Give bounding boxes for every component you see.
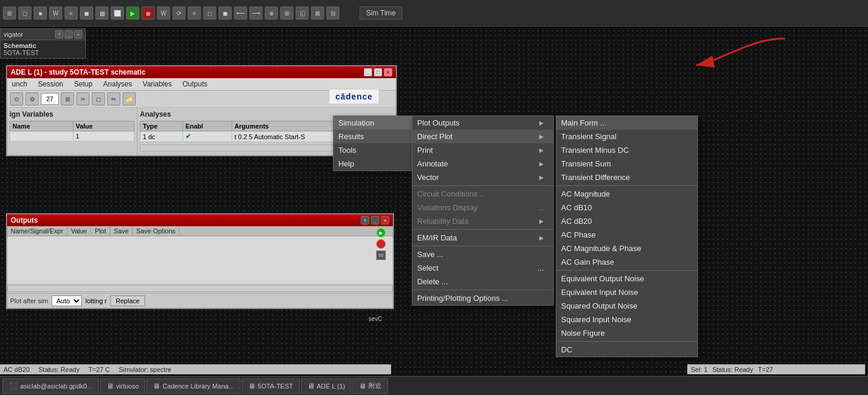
dp-item-ac-magnitude[interactable]: AC Magnitude	[556, 187, 697, 201]
nav-close-btn[interactable]: ×	[74, 30, 82, 38]
replace-button[interactable]: Replace	[110, 296, 145, 306]
toolbar-icon-5[interactable]: ≡	[65, 7, 78, 20]
right-temp: T=27	[758, 366, 773, 373]
ade-maximize-btn[interactable]: □	[374, 68, 382, 76]
result-item-print[interactable]: Print ▶	[412, 143, 553, 157]
toolbar-icon-9[interactable]: W	[157, 7, 170, 20]
toolbar-icon-1[interactable]: ⊞	[3, 7, 16, 20]
analyses-enabled-1: ✔	[182, 131, 232, 142]
ade-tool-btn-1[interactable]: ⊙	[10, 92, 23, 105]
taskbar-item-5ota[interactable]: 🖥 5OTA-TEST	[242, 378, 300, 394]
taskbar-item-ade[interactable]: 🖥 ADE L (1)	[301, 378, 352, 394]
design-variables-panel: ign Variables Name Value 1	[7, 108, 137, 155]
toolbar-icon-18[interactable]: ◱	[296, 7, 309, 20]
result-item-save[interactable]: Save ...	[412, 248, 553, 261]
outputs-hscroll[interactable]	[7, 285, 393, 292]
ade-tool-btn-4[interactable]: ✂	[76, 92, 89, 105]
menu-sep-3	[412, 246, 553, 246]
outputs-question-btn[interactable]: ?	[361, 216, 369, 224]
outputs-close-btn[interactable]: ×	[381, 216, 389, 224]
toolbar-icon-14[interactable]: ⟵	[234, 7, 247, 20]
ade-tool-btn-7[interactable]: 📁	[123, 92, 136, 105]
help-label: Help	[338, 159, 354, 168]
taskbar-item-misc[interactable]: 🖥 附近	[353, 378, 388, 394]
result-item-circuit-conditions: Circuit Conditions ...	[412, 187, 553, 201]
toolbar-icon-15[interactable]: ⟶	[249, 7, 262, 20]
dp-item-transient-signal[interactable]: Transient Signal	[556, 130, 697, 143]
result-item-direct-plot[interactable]: Direct Plot ▶	[412, 130, 553, 143]
right-status-bar: Sel: 1 Status: Ready T=27	[687, 364, 865, 374]
toolbar-icon-17[interactable]: ⊞	[280, 7, 293, 20]
dp-item-eq-input-noise[interactable]: Equivalent Input Noise	[556, 285, 697, 299]
toolbar-icon-6[interactable]: ◼	[80, 7, 93, 20]
ade-tool-btn-6[interactable]: ✏	[107, 92, 120, 105]
dp-item-ac-db10[interactable]: AC dB10	[556, 201, 697, 214]
outputs-stop-btn[interactable]	[376, 239, 386, 249]
toolbar-icon-12[interactable]: ◻	[203, 7, 216, 20]
outputs-minimize-btn[interactable]: _	[371, 216, 379, 224]
taskbar: ⬛ asiclab@asiclab:gpdk0... 🖥 virtuoso 🖥 …	[0, 376, 868, 395]
outputs-extra-btn[interactable]: W	[376, 251, 386, 260]
dp-item-ac-phase[interactable]: AC Phase	[556, 228, 697, 242]
result-item-annotate[interactable]: Annotate ▶	[412, 157, 553, 171]
toolbar-icon-4[interactable]: W	[49, 7, 62, 20]
toolbar-icon-7[interactable]: ▦	[95, 7, 108, 20]
sq-output-noise-label: Squared Output Noise	[561, 301, 638, 310]
dp-item-main-form[interactable]: Main Form ...	[556, 116, 697, 130]
dp-item-sq-output-noise[interactable]: Squared Output Noise	[556, 299, 697, 313]
outputs-col-name: Name/Signal/Expr	[7, 226, 68, 236]
toolbar-icon-11[interactable]: ≡	[188, 7, 201, 20]
dp-item-transient-sum[interactable]: Transient Sum	[556, 157, 697, 171]
simulation-label: Simulation	[338, 118, 374, 127]
dp-item-sq-input-noise[interactable]: Squared Input Noise	[556, 313, 697, 326]
cadence-lib-icon: 🖥	[153, 382, 160, 390]
toolbar-icon-8[interactable]: ⬜	[111, 7, 124, 20]
plot-outputs-label: Plot Outputs	[417, 118, 460, 127]
toolbar-icon-20[interactable]: ⊟	[326, 7, 339, 20]
dp-item-dc[interactable]: DC	[556, 343, 697, 357]
analyses-type-1: 1 dc	[140, 131, 183, 142]
result-item-emir[interactable]: EM/IR Data ▶	[412, 231, 553, 245]
taskbar-item-cadence-lib[interactable]: 🖥 Cadence Library Mana...	[146, 378, 240, 394]
nav-schematic-value: 5OTA-TEST	[4, 49, 82, 56]
var-value-1: 1	[73, 131, 134, 142]
toolbar-icon-2[interactable]: ◻	[18, 7, 31, 20]
menu-session[interactable]: Session	[36, 79, 65, 89]
result-item-printing-options[interactable]: Printing/Plotting Options ...	[412, 291, 553, 305]
nav-question-btn[interactable]: ?	[55, 30, 63, 38]
dp-item-transient-minus-dc[interactable]: Transient Minus DC	[556, 143, 697, 157]
menu-variables[interactable]: Variables	[141, 79, 174, 89]
dp-item-ac-gain-phase[interactable]: AC Gain Phase	[556, 255, 697, 269]
toolbar-icon-19[interactable]: ⊠	[311, 7, 324, 20]
dp-item-transient-diff[interactable]: Transient Difference	[556, 171, 697, 184]
result-item-plot-outputs[interactable]: Plot Outputs ▶	[412, 116, 553, 130]
toolbar-icon-3[interactable]: ■	[34, 7, 47, 20]
dp-item-eq-output-noise[interactable]: Equivalent Output Noise	[556, 272, 697, 285]
ade-minimize-btn[interactable]: _	[364, 68, 372, 76]
dp-item-ac-db20[interactable]: AC dB20	[556, 214, 697, 228]
ade-close-btn[interactable]: ×	[384, 68, 392, 76]
menu-launch[interactable]: unch	[10, 79, 29, 89]
taskbar-item-terminal[interactable]: ⬛ asiclab@asiclab:gpdk0...	[2, 378, 99, 394]
toolbar-icon-16[interactable]: ⊕	[265, 7, 278, 20]
auto-select[interactable]: Auto	[52, 296, 82, 306]
nav-minimize-btn[interactable]: _	[65, 30, 73, 38]
result-item-delete[interactable]: Delete ...	[412, 275, 553, 288]
result-item-select[interactable]: Select ...	[412, 261, 553, 275]
temperature-input[interactable]	[41, 93, 59, 105]
menu-outputs[interactable]: Outputs	[181, 79, 209, 89]
ade-tool-btn-5[interactable]: ◻	[92, 92, 105, 105]
dp-item-noise-figure[interactable]: Noise Figure	[556, 326, 697, 340]
toolbar-icon-10[interactable]: ⟳	[172, 7, 185, 20]
menu-analyses[interactable]: Analyses	[101, 79, 134, 89]
dp-item-ac-mag-phase[interactable]: AC Magnitude & Phase	[556, 242, 697, 255]
stop-button[interactable]: ◼	[142, 7, 155, 20]
menu-setup[interactable]: Setup	[72, 79, 94, 89]
taskbar-item-virtuoso[interactable]: 🖥 virtuoso	[100, 378, 146, 394]
result-item-vector[interactable]: Vector ▶	[412, 171, 553, 184]
ade-tool-btn-3[interactable]: ⊞	[61, 92, 74, 105]
outputs-play-btn[interactable]: ▶	[376, 228, 386, 237]
ade-tool-btn-2[interactable]: ⚙	[25, 92, 39, 105]
play-button[interactable]: ▶	[126, 7, 139, 20]
toolbar-icon-13[interactable]: ◼	[219, 7, 232, 20]
